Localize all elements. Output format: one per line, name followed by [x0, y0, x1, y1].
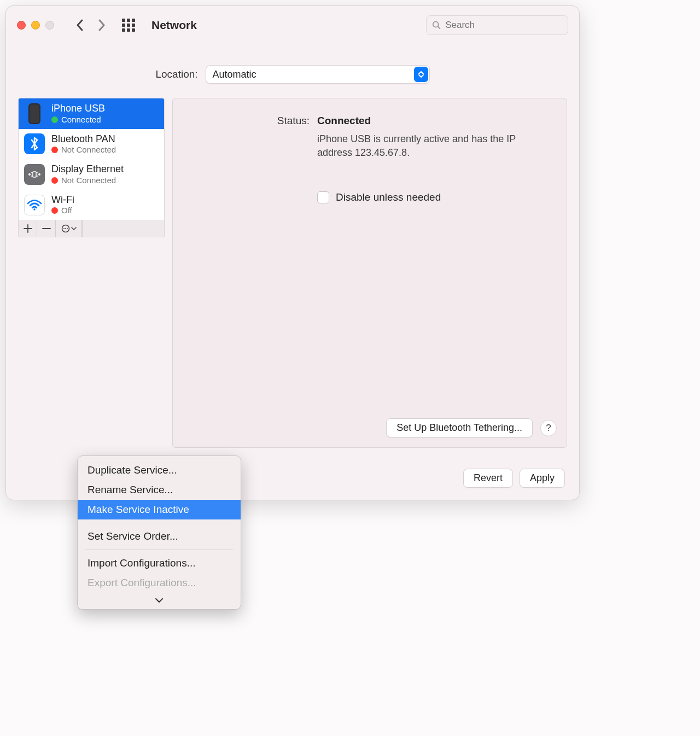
svg-point-8 [65, 228, 66, 229]
search-icon [432, 20, 441, 30]
status-value: Connected [317, 115, 371, 127]
service-bluetooth-pan[interactable]: Bluetooth PAN Not Connected [19, 129, 164, 160]
menu-import-configurations[interactable]: Import Configurations... [78, 553, 241, 573]
forward-button [95, 18, 109, 32]
service-name: Wi-Fi [51, 194, 74, 206]
actions-menu-button[interactable] [56, 220, 82, 237]
select-stepper-icon [414, 67, 428, 82]
service-iphone-usb[interactable]: iPhone USB Connected [19, 98, 164, 129]
content-area: iPhone USB Connected Bluetooth PAN Not C… [6, 98, 579, 448]
show-all-button[interactable] [122, 19, 135, 32]
service-status: Not Connected [61, 145, 116, 155]
zoom-window-button [45, 21, 54, 30]
menu-export-configurations: Export Configurations... [78, 573, 241, 593]
actions-popup-menu: Duplicate Service... Rename Service... M… [77, 455, 241, 610]
plus-icon [24, 224, 32, 233]
toolbar: Network [6, 6, 579, 44]
menu-scroll-down[interactable] [78, 593, 241, 605]
status-dot-icon [51, 177, 58, 184]
svg-point-5 [33, 208, 36, 211]
wifi-icon [24, 195, 45, 215]
minimize-window-button[interactable] [31, 21, 40, 30]
service-name: Display Ethernet [51, 163, 124, 176]
svg-point-3 [38, 173, 40, 176]
service-display-ethernet[interactable]: Display Ethernet Not Connected [19, 159, 164, 190]
services-sidebar: iPhone USB Connected Bluetooth PAN Not C… [18, 98, 165, 220]
bluetooth-icon [24, 133, 45, 154]
menu-make-service-inactive[interactable]: Make Service Inactive [78, 500, 241, 519]
iphone-icon [24, 103, 45, 124]
detail-panel: Status: Connected iPhone USB is currentl… [172, 98, 567, 448]
location-row: Location: Automatic [6, 44, 579, 98]
service-name: Bluetooth PAN [51, 133, 116, 145]
location-select[interactable]: Automatic [206, 65, 430, 84]
apply-button[interactable]: Apply [520, 469, 565, 488]
service-status: Off [61, 206, 72, 215]
status-dot-icon [51, 116, 58, 123]
network-preferences-window: Network Location: Automatic [5, 5, 580, 500]
more-icon [61, 224, 70, 233]
menu-separator [85, 550, 233, 550]
search-input[interactable] [445, 20, 562, 31]
svg-point-2 [28, 173, 31, 176]
service-status: Connected [61, 115, 101, 125]
window-controls [17, 21, 54, 30]
chevron-down-icon [71, 227, 77, 230]
location-label: Location: [155, 68, 197, 80]
service-name: iPhone USB [51, 103, 105, 115]
remove-service-button[interactable] [37, 220, 56, 237]
search-field[interactable] [426, 15, 568, 35]
svg-point-7 [63, 228, 65, 229]
disable-unless-needed-checkbox[interactable] [317, 191, 329, 203]
disable-unless-needed-label: Disable unless needed [336, 191, 441, 203]
back-button[interactable] [73, 18, 87, 32]
ethernet-icon [24, 164, 45, 185]
bottom-buttons: Revert Apply [463, 469, 565, 488]
menu-separator [85, 523, 233, 523]
menu-rename-service[interactable]: Rename Service... [78, 480, 241, 500]
status-label: Status: [189, 115, 310, 127]
location-value: Automatic [213, 69, 256, 80]
svg-line-1 [438, 27, 440, 29]
service-wifi[interactable]: Wi-Fi Off [19, 190, 164, 220]
revert-button[interactable]: Revert [463, 469, 513, 488]
chevron-down-icon [155, 598, 163, 603]
menu-duplicate-service[interactable]: Duplicate Service... [78, 460, 241, 480]
close-window-button[interactable] [17, 21, 26, 30]
menu-set-service-order[interactable]: Set Service Order... [78, 527, 241, 546]
minus-icon [42, 224, 51, 233]
status-dot-icon [51, 207, 58, 214]
svg-point-9 [67, 228, 68, 229]
chevron-left-icon [76, 19, 84, 31]
setup-bluetooth-tethering-button[interactable]: Set Up Bluetooth Tethering... [386, 418, 533, 437]
chevron-right-icon [98, 19, 106, 31]
page-title: Network [151, 19, 197, 32]
status-description: iPhone USB is currently active and has t… [317, 132, 525, 160]
add-service-button[interactable] [19, 220, 37, 237]
status-dot-icon [51, 147, 58, 153]
sidebar-footer [18, 220, 165, 237]
help-button[interactable]: ? [540, 420, 557, 436]
service-status: Not Connected [61, 176, 116, 185]
svg-rect-4 [33, 172, 36, 177]
